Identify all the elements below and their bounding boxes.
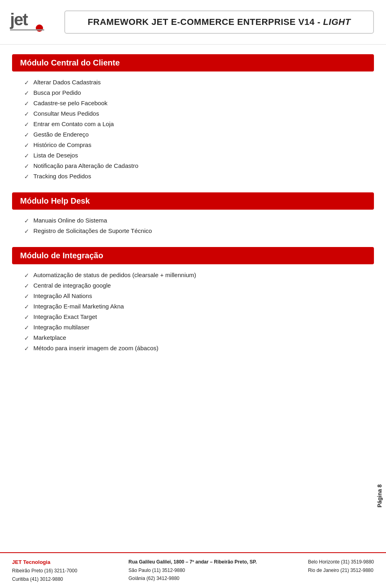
footer-company-name: JET Tecnologia [12, 558, 77, 567]
check-icon: ✓ [24, 163, 29, 170]
check-icon: ✓ [24, 110, 29, 118]
check-icon: ✓ [24, 228, 29, 235]
logo-area: jet [8, 7, 56, 37]
list-item: ✓Tracking dos Pedidos [24, 173, 374, 180]
page-footer: JET Tecnologia Ribeirão Preto (16) 3211-… [0, 552, 386, 588]
check-icon: ✓ [24, 282, 29, 290]
footer-contact-line2: Rio de Janeiro (21) 3512-9880 [308, 566, 374, 574]
list-item: ✓Integração Exact Target [24, 313, 374, 321]
svg-text:jet: jet [10, 10, 28, 29]
list-item: ✓Método para inserir imagem de zoom (ába… [24, 345, 374, 352]
list-item: ✓Alterar Dados Cadastrais [24, 79, 374, 86]
check-icon: ✓ [24, 335, 29, 342]
list-item: ✓Lista de Desejos [24, 152, 374, 159]
check-icon: ✓ [24, 100, 29, 107]
page-number: Página 8 [376, 484, 383, 508]
list-item: ✓Entrar em Contato com a Loja [24, 120, 374, 128]
check-icon: ✓ [24, 217, 29, 225]
footer-address-title: Rua Galileu Galilei, 1800 – 7º andar – R… [129, 558, 257, 566]
page-number-container: Página 8 [376, 484, 383, 508]
checklist-central-cliente: ✓Alterar Dados Cadastrais ✓Busca por Ped… [12, 79, 374, 180]
footer-contact-line1: Belo Horizonte (31) 3519-9880 [308, 558, 374, 566]
list-item: ✓Central de integração google [24, 282, 374, 290]
page-header: jet FRAMEWORK JET E-COMMERCE ENTERPRISE … [0, 0, 386, 45]
list-item: ✓Manuais Online do Sistema [24, 217, 374, 225]
footer-address: Rua Galileu Galilei, 1800 – 7º andar – R… [129, 558, 257, 582]
svg-rect-2 [10, 29, 44, 31]
list-item: ✓Gestão de Endereço [24, 131, 374, 139]
check-icon: ✓ [24, 173, 29, 180]
jet-logo: jet [8, 7, 48, 35]
svg-point-1 [36, 24, 43, 32]
check-icon: ✓ [24, 152, 29, 159]
list-item: ✓Marketplace [24, 334, 374, 342]
page-wrapper: jet FRAMEWORK JET E-COMMERCE ENTERPRISE … [0, 0, 386, 588]
list-item: ✓Notificação para Alteração de Cadastro [24, 162, 374, 170]
check-icon: ✓ [24, 345, 29, 352]
header-title: FRAMEWORK JET E-COMMERCE ENTERPRISE V14 … [88, 17, 351, 27]
check-icon: ✓ [24, 131, 29, 139]
module-header-help-desk: Módulo Help Desk [12, 192, 374, 210]
checklist-help-desk: ✓Manuais Online do Sistema ✓Registro de … [12, 217, 374, 235]
check-icon: ✓ [24, 142, 29, 149]
checklist-integracao: ✓Automatização de status de pedidos (cle… [12, 272, 374, 352]
footer-address-line2: Goiânia (62) 3412-9880 [129, 574, 257, 582]
check-icon: ✓ [24, 272, 29, 279]
list-item: ✓Automatização de status de pedidos (cle… [24, 272, 374, 279]
footer-company: JET Tecnologia Ribeirão Preto (16) 3211-… [12, 558, 77, 583]
footer-company-line1: Ribeirão Preto (16) 3211-7000 [12, 567, 77, 575]
list-item: ✓Cadastre-se pelo Facebook [24, 100, 374, 107]
header-title-box: FRAMEWORK JET E-COMMERCE ENTERPRISE V14 … [64, 10, 374, 34]
module-header-integracao: Módulo de Integração [12, 247, 374, 264]
footer-address-line1: São Paulo (11) 3512-9880 [129, 566, 257, 574]
list-item: ✓Integração All Nations [24, 292, 374, 300]
check-icon: ✓ [24, 303, 29, 310]
list-item: ✓Registro de Solicitações de Suporte Téc… [24, 227, 374, 235]
module-central-cliente: Módulo Central do Cliente ✓Alterar Dados… [12, 54, 374, 180]
list-item: ✓Integração multilaser [24, 324, 374, 331]
module-header-central-cliente: Módulo Central do Cliente [12, 54, 374, 71]
check-icon: ✓ [24, 324, 29, 331]
list-item: ✓Busca por Pedido [24, 89, 374, 97]
main-content: Módulo Central do Cliente ✓Alterar Dados… [0, 45, 386, 552]
module-integracao: Módulo de Integração ✓Automatização de s… [12, 247, 374, 352]
module-help-desk: Módulo Help Desk ✓Manuais Online do Sist… [12, 192, 374, 235]
check-icon: ✓ [24, 90, 29, 97]
check-icon: ✓ [24, 79, 29, 86]
list-item: ✓Consultar Meus Pedidos [24, 110, 374, 118]
list-item: ✓Integração E-mail Marketing Akna [24, 303, 374, 310]
footer-company-line2: Curitiba (41) 3012-9880 [12, 575, 77, 583]
footer-contacts: Belo Horizonte (31) 3519-9880 Rio de Jan… [308, 558, 374, 574]
list-item: ✓Histórico de Compras [24, 141, 374, 149]
check-icon: ✓ [24, 293, 29, 300]
check-icon: ✓ [24, 121, 29, 128]
check-icon: ✓ [24, 314, 29, 321]
